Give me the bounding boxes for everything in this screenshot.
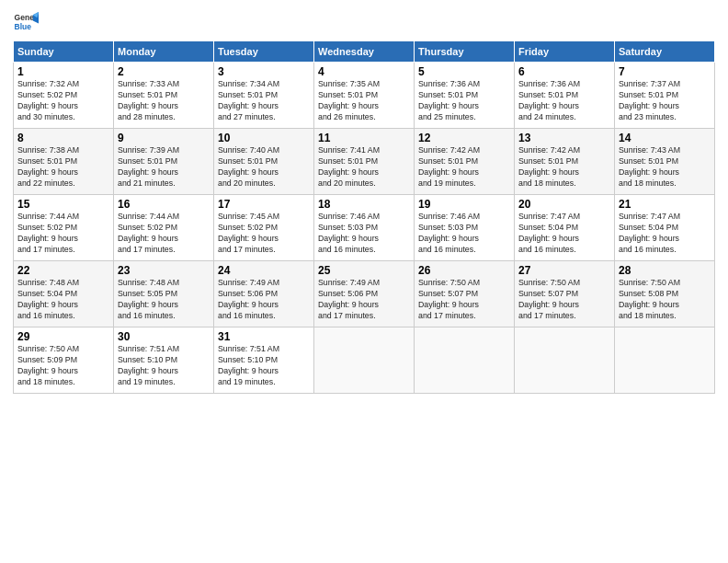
day-info: Sunrise: 7:33 AM Sunset: 5:01 PM Dayligh… [118, 79, 210, 123]
header-row-days: SundayMondayTuesdayWednesdayThursdayFrid… [14, 41, 715, 63]
col-header-monday: Monday [114, 41, 214, 63]
day-cell: 14Sunrise: 7:43 AM Sunset: 5:01 PM Dayli… [615, 129, 715, 195]
week-row-1: 1Sunrise: 7:32 AM Sunset: 5:02 PM Daylig… [14, 63, 715, 129]
svg-text:Blue: Blue [15, 22, 32, 31]
day-info: Sunrise: 7:43 AM Sunset: 5:01 PM Dayligh… [619, 145, 711, 190]
day-number: 28 [619, 264, 711, 277]
day-cell: 10Sunrise: 7:40 AM Sunset: 5:01 PM Dayli… [214, 129, 314, 195]
day-info: Sunrise: 7:45 AM Sunset: 5:02 PM Dayligh… [218, 212, 310, 256]
day-cell: 6Sunrise: 7:36 AM Sunset: 5:01 PM Daylig… [515, 63, 615, 129]
day-number: 3 [218, 65, 310, 78]
day-cell: 5Sunrise: 7:36 AM Sunset: 5:01 PM Daylig… [415, 63, 515, 129]
day-cell: 15Sunrise: 7:44 AM Sunset: 5:02 PM Dayli… [14, 195, 114, 261]
day-info: Sunrise: 7:46 AM Sunset: 5:03 PM Dayligh… [318, 212, 410, 256]
day-cell: 16Sunrise: 7:44 AM Sunset: 5:02 PM Dayli… [114, 195, 214, 261]
day-number: 25 [318, 264, 410, 277]
day-info: Sunrise: 7:49 AM Sunset: 5:06 PM Dayligh… [218, 278, 310, 322]
day-info: Sunrise: 7:42 AM Sunset: 5:01 PM Dayligh… [418, 145, 510, 190]
day-info: Sunrise: 7:51 AM Sunset: 5:10 PM Dayligh… [118, 344, 210, 388]
week-row-2: 8Sunrise: 7:38 AM Sunset: 5:01 PM Daylig… [14, 129, 715, 195]
header-row: General Blue [13, 9, 715, 35]
day-info: Sunrise: 7:47 AM Sunset: 5:04 PM Dayligh… [619, 212, 711, 256]
day-info: Sunrise: 7:37 AM Sunset: 5:01 PM Dayligh… [619, 79, 711, 123]
day-info: Sunrise: 7:38 AM Sunset: 5:01 PM Dayligh… [17, 145, 109, 190]
day-info: Sunrise: 7:50 AM Sunset: 5:07 PM Dayligh… [518, 278, 610, 322]
day-cell: 13Sunrise: 7:42 AM Sunset: 5:01 PM Dayli… [515, 129, 615, 195]
day-number: 16 [118, 198, 210, 211]
col-header-saturday: Saturday [615, 41, 715, 63]
day-cell: 12Sunrise: 7:42 AM Sunset: 5:01 PM Dayli… [415, 129, 515, 195]
day-number: 26 [418, 264, 510, 277]
day-cell: 30Sunrise: 7:51 AM Sunset: 5:10 PM Dayli… [114, 327, 214, 394]
day-info: Sunrise: 7:50 AM Sunset: 5:07 PM Dayligh… [418, 278, 510, 322]
day-cell: 25Sunrise: 7:49 AM Sunset: 5:06 PM Dayli… [314, 261, 415, 327]
day-number: 15 [17, 198, 109, 211]
day-info: Sunrise: 7:51 AM Sunset: 5:10 PM Dayligh… [218, 344, 310, 388]
day-cell [615, 327, 715, 394]
day-cell: 4Sunrise: 7:35 AM Sunset: 5:01 PM Daylig… [314, 63, 415, 129]
day-cell: 2Sunrise: 7:33 AM Sunset: 5:01 PM Daylig… [114, 63, 214, 129]
day-info: Sunrise: 7:50 AM Sunset: 5:09 PM Dayligh… [17, 344, 109, 388]
day-number: 21 [619, 198, 711, 211]
week-row-4: 22Sunrise: 7:48 AM Sunset: 5:04 PM Dayli… [14, 261, 715, 327]
day-cell: 19Sunrise: 7:46 AM Sunset: 5:03 PM Dayli… [415, 195, 515, 261]
day-number: 23 [118, 264, 210, 277]
week-row-3: 15Sunrise: 7:44 AM Sunset: 5:02 PM Dayli… [14, 195, 715, 261]
day-info: Sunrise: 7:34 AM Sunset: 5:01 PM Dayligh… [218, 79, 310, 123]
day-number: 7 [619, 65, 711, 78]
day-info: Sunrise: 7:47 AM Sunset: 5:04 PM Dayligh… [518, 212, 610, 256]
logo: General Blue [13, 9, 42, 35]
day-cell [515, 327, 615, 394]
day-info: Sunrise: 7:42 AM Sunset: 5:01 PM Dayligh… [518, 145, 610, 190]
day-number: 17 [218, 198, 310, 211]
day-cell: 23Sunrise: 7:48 AM Sunset: 5:05 PM Dayli… [114, 261, 214, 327]
day-number: 12 [418, 132, 510, 144]
col-header-wednesday: Wednesday [314, 41, 415, 63]
day-number: 8 [17, 132, 109, 144]
day-number: 19 [418, 198, 510, 211]
day-number: 5 [418, 65, 510, 78]
day-number: 2 [118, 65, 210, 78]
day-cell: 26Sunrise: 7:50 AM Sunset: 5:07 PM Dayli… [415, 261, 515, 327]
day-number: 11 [318, 132, 410, 144]
day-number: 14 [619, 132, 711, 144]
day-number: 24 [218, 264, 310, 277]
day-number: 13 [518, 132, 610, 144]
day-info: Sunrise: 7:50 AM Sunset: 5:08 PM Dayligh… [619, 278, 711, 322]
day-number: 9 [118, 132, 210, 144]
day-cell: 8Sunrise: 7:38 AM Sunset: 5:01 PM Daylig… [14, 129, 114, 195]
day-info: Sunrise: 7:32 AM Sunset: 5:02 PM Dayligh… [17, 79, 109, 123]
day-cell: 11Sunrise: 7:41 AM Sunset: 5:01 PM Dayli… [314, 129, 415, 195]
day-cell: 27Sunrise: 7:50 AM Sunset: 5:07 PM Dayli… [515, 261, 615, 327]
day-cell: 18Sunrise: 7:46 AM Sunset: 5:03 PM Dayli… [314, 195, 415, 261]
day-info: Sunrise: 7:44 AM Sunset: 5:02 PM Dayligh… [17, 212, 109, 256]
day-cell: 1Sunrise: 7:32 AM Sunset: 5:02 PM Daylig… [14, 63, 114, 129]
calendar-table: SundayMondayTuesdayWednesdayThursdayFrid… [13, 40, 715, 394]
day-info: Sunrise: 7:41 AM Sunset: 5:01 PM Dayligh… [318, 145, 410, 190]
day-info: Sunrise: 7:35 AM Sunset: 5:01 PM Dayligh… [318, 79, 410, 123]
col-header-sunday: Sunday [14, 41, 114, 63]
day-info: Sunrise: 7:36 AM Sunset: 5:01 PM Dayligh… [418, 79, 510, 123]
day-cell: 29Sunrise: 7:50 AM Sunset: 5:09 PM Dayli… [14, 327, 114, 394]
day-info: Sunrise: 7:39 AM Sunset: 5:01 PM Dayligh… [118, 145, 210, 190]
day-number: 22 [17, 264, 109, 277]
col-header-thursday: Thursday [415, 41, 515, 63]
day-number: 18 [318, 198, 410, 211]
day-cell [415, 327, 515, 394]
day-number: 4 [318, 65, 410, 78]
day-info: Sunrise: 7:36 AM Sunset: 5:01 PM Dayligh… [518, 79, 610, 123]
day-cell: 31Sunrise: 7:51 AM Sunset: 5:10 PM Dayli… [214, 327, 314, 394]
logo-icon: General Blue [13, 9, 39, 35]
day-cell: 3Sunrise: 7:34 AM Sunset: 5:01 PM Daylig… [214, 63, 314, 129]
day-cell: 20Sunrise: 7:47 AM Sunset: 5:04 PM Dayli… [515, 195, 615, 261]
day-number: 6 [518, 65, 610, 78]
day-number: 31 [218, 330, 310, 343]
day-number: 30 [118, 330, 210, 343]
day-number: 20 [518, 198, 610, 211]
main-container: General Blue SundayMondayTuesdayWednesda… [0, 0, 728, 401]
day-number: 27 [518, 264, 610, 277]
day-info: Sunrise: 7:48 AM Sunset: 5:05 PM Dayligh… [118, 278, 210, 322]
day-info: Sunrise: 7:48 AM Sunset: 5:04 PM Dayligh… [17, 278, 109, 322]
day-number: 29 [17, 330, 109, 343]
day-cell: 28Sunrise: 7:50 AM Sunset: 5:08 PM Dayli… [615, 261, 715, 327]
